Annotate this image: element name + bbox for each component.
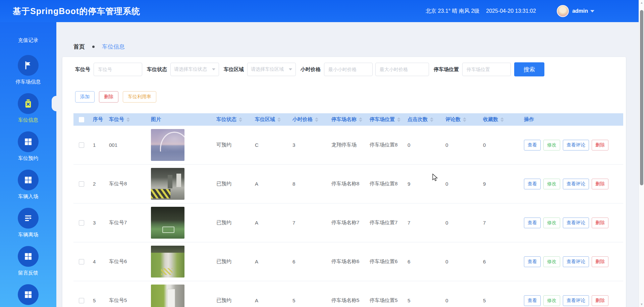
edit-row-button[interactable]: 修改 xyxy=(543,179,560,189)
sort-carets-icon[interactable] xyxy=(277,117,281,122)
row-checkbox[interactable] xyxy=(79,142,84,148)
comment-count: 0 xyxy=(442,181,480,187)
weather-text: 北京 23.1° 晴 南风 2级 xyxy=(426,8,479,15)
sidebar-item[interactable]: 车位信息 xyxy=(0,93,56,123)
spot-area: A xyxy=(252,259,289,264)
sidebar-item[interactable]: 车位预约 xyxy=(0,131,56,162)
spot-no-input[interactable] xyxy=(94,63,142,76)
view-row-button[interactable]: 查看 xyxy=(524,218,541,228)
area-select[interactable]: 请选择车位区域 xyxy=(247,63,296,76)
breadcrumb-current[interactable]: 车位信息 xyxy=(102,43,125,51)
mouse-cursor-icon xyxy=(432,174,439,183)
breadcrumb-dot-icon xyxy=(92,46,95,48)
status-select-placeholder: 请选择车位状态 xyxy=(174,66,207,72)
column-header[interactable]: 停车场名称 xyxy=(328,116,366,123)
delete-row-button[interactable]: 删除 xyxy=(592,256,608,267)
table-header-row: 序号车位号图片车位状态车位区域小时价格停车场名称停车场位置点击次数评论数收藏数操… xyxy=(73,113,623,126)
select-all-checkbox[interactable] xyxy=(79,117,84,122)
parking-spot-x-icon xyxy=(18,93,39,114)
sort-carets-icon[interactable] xyxy=(500,117,504,122)
sort-carets-icon[interactable] xyxy=(430,117,433,122)
sidebar-item[interactable]: 车辆离场 xyxy=(0,208,56,238)
sidebar-item[interactable]: 停车场信息 xyxy=(0,55,56,85)
column-header[interactable]: 评论数 xyxy=(442,116,480,123)
vertical-scrollbar[interactable]: ▲ ▼ xyxy=(639,0,644,307)
edit-row-button[interactable]: 修改 xyxy=(543,218,560,228)
view-row-button[interactable]: 查看 xyxy=(524,179,541,189)
scroll-down-icon[interactable]: ▼ xyxy=(639,303,644,306)
status-select[interactable]: 请选择车位状态 xyxy=(170,63,219,76)
sidebar-item[interactable]: 车辆入场 xyxy=(0,170,56,200)
edit-row-button[interactable]: 修改 xyxy=(543,295,560,306)
parking-spot-table: 序号车位号图片车位状态车位区域小时价格停车场名称停车场位置点击次数评论数收藏数操… xyxy=(73,113,623,307)
sidebar-item[interactable]: 充值记录 xyxy=(0,34,56,44)
column-header: 图片 xyxy=(148,116,213,123)
delete-button[interactable]: 删除 xyxy=(99,91,118,103)
sort-carets-icon[interactable] xyxy=(239,117,242,122)
location-input[interactable] xyxy=(462,63,511,76)
flag-icon xyxy=(18,55,39,76)
scroll-up-icon[interactable]: ▲ xyxy=(639,1,644,4)
column-header[interactable]: 车位号 xyxy=(106,116,148,123)
chevron-down-icon[interactable] xyxy=(590,10,594,12)
spot-number: 车位号5 xyxy=(106,297,148,304)
sort-carets-icon[interactable] xyxy=(463,117,466,122)
parking-lot-location: 停车场位置8 xyxy=(366,142,404,148)
username[interactable]: admin xyxy=(572,8,588,14)
utilization-button[interactable]: 车位利用率 xyxy=(123,91,156,103)
table-row: 2车位号8已预约A8停车场名称8停车场位置8909查看修改查看评论删除 xyxy=(73,165,623,203)
price-max-input[interactable] xyxy=(375,63,429,76)
search-button[interactable]: 搜索 xyxy=(514,62,544,76)
row-index: 1 xyxy=(90,142,106,148)
hourly-price: 7 xyxy=(289,220,328,226)
parking-lot-name: 停车场名称8 xyxy=(328,181,366,187)
table-body: 1001可预约C3龙翔停车场停车场位置8000查看修改查看评论删除2车位号8已预… xyxy=(73,126,623,307)
row-checkbox[interactable] xyxy=(79,220,84,226)
comment-row-button[interactable]: 查看评论 xyxy=(563,295,589,306)
click-count: 6 xyxy=(404,259,442,264)
column-header[interactable]: 小时价格 xyxy=(289,116,328,123)
row-checkbox[interactable] xyxy=(79,181,84,187)
spot-status: 已预约 xyxy=(213,258,252,265)
view-row-button[interactable]: 查看 xyxy=(524,256,541,267)
column-header[interactable]: 车位区域 xyxy=(252,116,289,123)
row-checkbox[interactable] xyxy=(79,298,84,303)
column-header[interactable]: 车位状态 xyxy=(213,116,252,123)
comment-row-button[interactable]: 查看评论 xyxy=(563,218,589,228)
column-header[interactable]: 收藏数 xyxy=(480,116,521,123)
breadcrumb-home[interactable]: 首页 xyxy=(73,43,85,51)
comment-row-button[interactable]: 查看评论 xyxy=(563,256,589,267)
column-header[interactable]: 停车场位置 xyxy=(366,116,404,123)
sort-carets-icon[interactable] xyxy=(397,117,400,122)
comment-row-button[interactable]: 查看评论 xyxy=(563,140,589,150)
user-avatar[interactable] xyxy=(557,5,569,17)
edit-row-button[interactable]: 修改 xyxy=(543,140,560,150)
view-row-button[interactable]: 查看 xyxy=(524,295,541,306)
sort-carets-icon[interactable] xyxy=(359,117,362,122)
location-label: 停车场位置 xyxy=(434,66,459,73)
delete-row-button[interactable]: 删除 xyxy=(592,295,608,306)
edit-row-button[interactable]: 修改 xyxy=(543,256,560,267)
scrollbar-thumb[interactable] xyxy=(640,10,643,185)
spot-area: A xyxy=(252,298,289,303)
comment-row-button[interactable]: 查看评论 xyxy=(563,179,589,189)
sidebar-item-label: 车位预约 xyxy=(18,155,38,162)
price-min-input[interactable] xyxy=(324,63,373,76)
active-item-notch xyxy=(52,96,56,111)
sidebar-item[interactable] xyxy=(0,284,56,305)
add-button[interactable]: 添加 xyxy=(75,91,95,103)
column-header[interactable]: 点击次数 xyxy=(404,116,442,123)
table-row: 4车位号6已预约A6停车场名称6停车场位置6606查看修改查看评论删除 xyxy=(73,242,623,281)
sort-carets-icon[interactable] xyxy=(315,117,318,122)
row-index: 3 xyxy=(90,220,106,226)
view-row-button[interactable]: 查看 xyxy=(524,140,541,150)
favorite-count: 0 xyxy=(480,142,521,148)
sidebar-item[interactable]: 留言反馈 xyxy=(0,246,56,276)
row-checkbox[interactable] xyxy=(79,259,84,264)
favorite-count: 7 xyxy=(480,220,521,226)
delete-row-button[interactable]: 删除 xyxy=(592,140,608,150)
delete-row-button[interactable]: 删除 xyxy=(592,218,608,228)
delete-row-button[interactable]: 删除 xyxy=(592,179,608,189)
sort-carets-icon[interactable] xyxy=(126,117,130,122)
grid-icon xyxy=(18,170,39,190)
